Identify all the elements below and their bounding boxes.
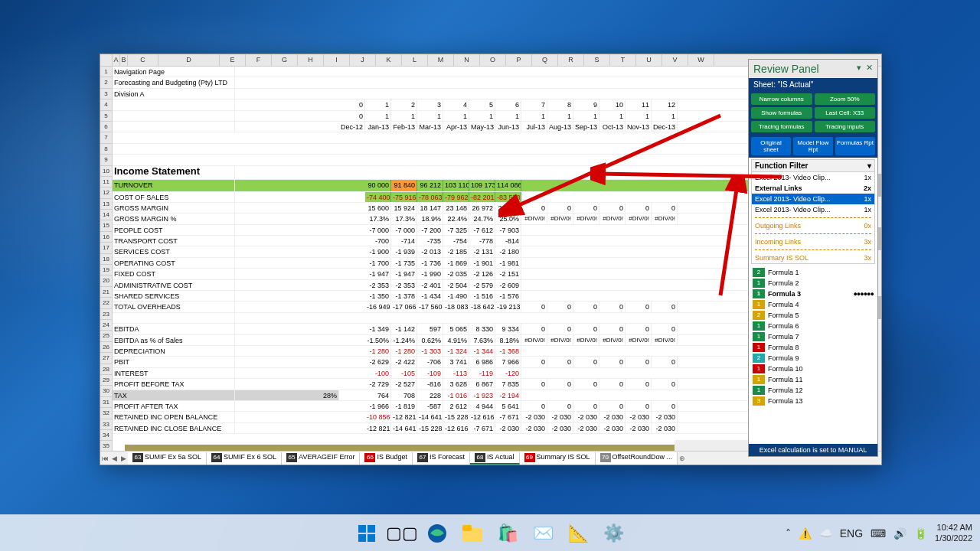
col-O[interactable]: O: [480, 54, 506, 66]
col-W[interactable]: W: [688, 54, 714, 66]
formula-item[interactable]: 3Formula 13: [751, 396, 875, 406]
app-icon[interactable]: 📐: [563, 518, 593, 549]
row-15[interactable]: 15: [100, 220, 112, 231]
sheet-tab[interactable]: 67IS Forecast: [413, 452, 470, 465]
row-18[interactable]: 18: [100, 254, 112, 265]
last-cell-button[interactable]: Last Cell: X33: [815, 107, 876, 119]
row-25[interactable]: 25: [100, 331, 112, 341]
task-view-icon[interactable]: ▢▢: [387, 518, 417, 549]
sheet-tab[interactable]: 64SUMIF Ex 6 SOL: [207, 452, 282, 465]
sheet-tab[interactable]: 69Summary IS SOL: [520, 452, 596, 465]
formula-item[interactable]: 2Formula 9: [751, 353, 875, 364]
formula-item[interactable]: 1Formula 11: [751, 374, 875, 385]
col-E[interactable]: E: [220, 54, 246, 66]
keyboard-icon[interactable]: ⌨: [871, 527, 886, 540]
model-flow-button[interactable]: Model Flow Rpt: [793, 137, 833, 155]
row-23[interactable]: 23: [100, 309, 112, 320]
show-formulas-button[interactable]: Show formulas: [751, 107, 812, 119]
row-30[interactable]: 30: [100, 386, 112, 396]
function-filter-heading[interactable]: Function Filter▾: [752, 160, 874, 172]
row-14[interactable]: 14: [100, 210, 112, 220]
col-G[interactable]: G: [272, 54, 298, 66]
col-K[interactable]: K: [376, 54, 402, 66]
row-21[interactable]: 21: [100, 287, 112, 298]
sheet-tab[interactable]: 63SUMIF Ex 5a SOL: [128, 452, 207, 465]
row-26[interactable]: 26: [100, 342, 112, 353]
row-24[interactable]: 24: [100, 320, 112, 331]
formula-item[interactable]: 2Formula 5: [751, 310, 875, 321]
col-V[interactable]: V: [662, 54, 688, 66]
tab-next-icon[interactable]: ▶: [119, 455, 128, 462]
formula-item[interactable]: 1Formula 8: [751, 342, 875, 353]
col-M[interactable]: M: [428, 54, 454, 66]
settings-icon[interactable]: ⚙️: [598, 518, 629, 549]
mail-icon[interactable]: ✉️: [528, 518, 558, 549]
col-F[interactable]: F: [246, 54, 272, 66]
sheet-tab[interactable]: 70OffsetRoundDow ...: [596, 452, 678, 465]
zoom-button[interactable]: Zoom 50%: [815, 93, 876, 105]
volume-icon[interactable]: 🔊: [893, 527, 906, 540]
tab-prev-icon[interactable]: ◀: [109, 455, 119, 462]
formula-item[interactable]: 1Formula 10: [751, 364, 875, 374]
store-icon[interactable]: 🛍️: [492, 518, 523, 549]
incoming-links[interactable]: Incoming Links3x: [752, 236, 874, 247]
row-10[interactable]: 10: [100, 166, 112, 177]
dropdown-icon[interactable]: ▾: [857, 63, 861, 75]
col-S[interactable]: S: [584, 54, 610, 66]
col-P[interactable]: P: [506, 54, 532, 66]
row-9[interactable]: 9: [100, 155, 112, 165]
warning-icon[interactable]: ⚠️: [799, 527, 812, 540]
external-links-heading[interactable]: External Links2x: [752, 183, 874, 194]
col-C[interactable]: C: [128, 54, 158, 66]
col-I[interactable]: I: [324, 54, 350, 66]
col-T[interactable]: T: [610, 54, 636, 66]
formula-item[interactable]: 1Formula 7: [751, 331, 875, 342]
explorer-icon[interactable]: [457, 518, 488, 549]
outgoing-links[interactable]: Outgoing Links0x: [752, 220, 874, 231]
formulas-rpt-button[interactable]: Formulas Rpt: [835, 137, 875, 155]
tab-first-icon[interactable]: ⏮: [100, 455, 109, 462]
row-16[interactable]: 16: [100, 232, 112, 243]
formula-item[interactable]: 1Formula 6: [751, 321, 875, 331]
sheet-tab[interactable]: 66IS Budget: [360, 452, 413, 465]
lang-indicator[interactable]: ENG: [840, 527, 863, 540]
formula-item[interactable]: 2Formula 1: [751, 267, 875, 278]
row-12[interactable]: 12: [100, 187, 112, 198]
sheet-tab[interactable]: 65AVERAGEIF Error: [282, 452, 360, 465]
row-17[interactable]: 17: [100, 243, 112, 253]
tray-chevron-icon[interactable]: ˄: [786, 527, 791, 540]
filter-item[interactable]: Excel 2013- Video Clip...1x: [752, 172, 874, 183]
row-4[interactable]: 4: [100, 99, 112, 110]
battery-icon[interactable]: 🔋: [914, 527, 927, 540]
row-28[interactable]: 28: [100, 364, 112, 375]
formula-item[interactable]: 1Formula 4: [751, 299, 875, 310]
formula-item[interactable]: 1Formula 3●●●●●●: [751, 289, 875, 299]
row-22[interactable]: 22: [100, 298, 112, 308]
row-19[interactable]: 19: [100, 265, 112, 276]
col-Q[interactable]: Q: [532, 54, 558, 66]
col-R[interactable]: R: [558, 54, 584, 66]
formula-item[interactable]: 1Formula 12: [751, 385, 875, 396]
summary-link[interactable]: Summary IS SOL3x: [752, 253, 874, 263]
row-8[interactable]: 8: [100, 144, 112, 155]
col-D[interactable]: D: [158, 54, 220, 66]
row-13[interactable]: 13: [100, 199, 112, 210]
col-A[interactable]: A: [113, 54, 120, 66]
row-29[interactable]: 29: [100, 375, 112, 386]
row-33[interactable]: 33: [100, 419, 112, 430]
col-B[interactable]: B: [120, 54, 128, 66]
col-U[interactable]: U: [636, 54, 662, 66]
formula-item[interactable]: 1Formula 2: [751, 278, 875, 289]
col-L[interactable]: L: [402, 54, 428, 66]
narrow-columns-button[interactable]: Narrow columns: [751, 93, 812, 105]
original-sheet-button[interactable]: Original sheet: [751, 137, 791, 155]
row-2[interactable]: 2: [100, 77, 112, 88]
col-J[interactable]: J: [350, 54, 376, 66]
tracing-formulas-button[interactable]: Tracing formulas: [751, 121, 812, 132]
sheet-tab[interactable]: 68IS Actual: [470, 452, 520, 465]
row-20[interactable]: 20: [100, 276, 112, 286]
row-7[interactable]: 7: [100, 132, 112, 143]
edge-icon[interactable]: [422, 518, 452, 549]
start-icon[interactable]: [351, 518, 382, 549]
row-34[interactable]: 34: [100, 430, 112, 441]
